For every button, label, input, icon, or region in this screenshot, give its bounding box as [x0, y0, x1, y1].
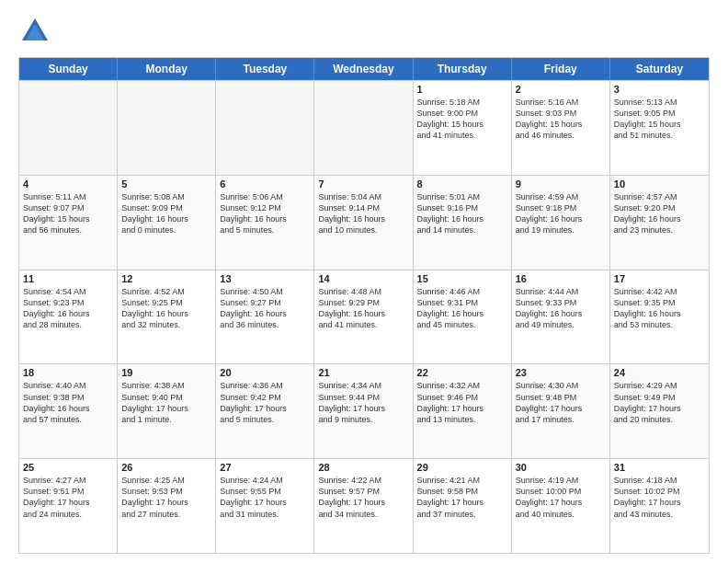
weekday-header-sunday: Sunday [19, 58, 118, 80]
day-number: 18 [23, 367, 113, 378]
day-number: 23 [516, 367, 606, 378]
empty-cell [314, 81, 413, 175]
day-number: 20 [220, 367, 310, 378]
day-info: Sunrise: 4:32 AM Sunset: 9:46 PM Dayligh… [417, 380, 507, 425]
day-info: Sunrise: 4:48 AM Sunset: 9:29 PM Dayligh… [318, 286, 408, 331]
day-cell-14: 14Sunrise: 4:48 AM Sunset: 9:29 PM Dayli… [314, 270, 413, 364]
day-number: 28 [318, 462, 408, 473]
calendar-body: 1Sunrise: 5:18 AM Sunset: 9:00 PM Daylig… [19, 80, 709, 553]
day-cell-5: 5Sunrise: 5:08 AM Sunset: 9:09 PM Daylig… [118, 176, 216, 270]
day-number: 21 [318, 367, 408, 378]
day-info: Sunrise: 4:18 AM Sunset: 10:02 PM Daylig… [614, 475, 705, 520]
day-cell-18: 18Sunrise: 4:40 AM Sunset: 9:38 PM Dayli… [19, 364, 118, 458]
day-number: 3 [614, 84, 705, 95]
day-info: Sunrise: 4:24 AM Sunset: 9:55 PM Dayligh… [220, 475, 310, 520]
weekday-header-saturday: Saturday [610, 58, 709, 80]
day-number: 14 [318, 273, 408, 284]
empty-cell [118, 81, 216, 175]
day-number: 9 [516, 178, 606, 190]
day-info: Sunrise: 4:52 AM Sunset: 9:25 PM Dayligh… [121, 286, 211, 331]
day-info: Sunrise: 5:06 AM Sunset: 9:12 PM Dayligh… [220, 191, 310, 236]
day-cell-1: 1Sunrise: 5:18 AM Sunset: 9:00 PM Daylig… [414, 81, 512, 175]
day-cell-23: 23Sunrise: 4:30 AM Sunset: 9:48 PM Dayli… [512, 364, 610, 458]
day-cell-26: 26Sunrise: 4:25 AM Sunset: 9:53 PM Dayli… [118, 459, 216, 553]
day-info: Sunrise: 4:38 AM Sunset: 9:40 PM Dayligh… [121, 380, 211, 425]
day-cell-31: 31Sunrise: 4:18 AM Sunset: 10:02 PM Dayl… [610, 459, 709, 553]
day-cell-19: 19Sunrise: 4:38 AM Sunset: 9:40 PM Dayli… [118, 364, 216, 458]
day-info: Sunrise: 4:36 AM Sunset: 9:42 PM Dayligh… [220, 380, 310, 425]
day-info: Sunrise: 4:57 AM Sunset: 9:20 PM Dayligh… [614, 191, 705, 236]
day-cell-16: 16Sunrise: 4:44 AM Sunset: 9:33 PM Dayli… [512, 270, 610, 364]
day-info: Sunrise: 5:13 AM Sunset: 9:05 PM Dayligh… [614, 97, 705, 142]
day-info: Sunrise: 5:01 AM Sunset: 9:16 PM Dayligh… [417, 191, 507, 236]
day-info: Sunrise: 4:34 AM Sunset: 9:44 PM Dayligh… [318, 380, 408, 425]
day-number: 11 [23, 273, 113, 284]
header [18, 15, 710, 48]
day-info: Sunrise: 4:40 AM Sunset: 9:38 PM Dayligh… [23, 380, 113, 425]
day-info: Sunrise: 4:30 AM Sunset: 9:48 PM Dayligh… [516, 380, 606, 425]
weekday-header-thursday: Thursday [414, 58, 512, 80]
day-number: 31 [614, 462, 705, 473]
day-cell-22: 22Sunrise: 4:32 AM Sunset: 9:46 PM Dayli… [414, 364, 512, 458]
day-info: Sunrise: 4:19 AM Sunset: 10:00 PM Daylig… [516, 475, 606, 520]
day-info: Sunrise: 5:04 AM Sunset: 9:14 PM Dayligh… [318, 191, 408, 236]
day-number: 30 [516, 462, 606, 473]
day-number: 13 [220, 273, 310, 284]
day-info: Sunrise: 5:08 AM Sunset: 9:09 PM Dayligh… [121, 191, 211, 236]
day-number: 12 [121, 273, 211, 284]
day-cell-8: 8Sunrise: 5:01 AM Sunset: 9:16 PM Daylig… [414, 176, 512, 270]
day-number: 27 [220, 462, 310, 473]
empty-cell [19, 81, 118, 175]
empty-cell [216, 81, 314, 175]
day-number: 15 [417, 273, 507, 284]
day-cell-17: 17Sunrise: 4:42 AM Sunset: 9:35 PM Dayli… [610, 270, 709, 364]
day-number: 26 [121, 462, 211, 473]
day-cell-15: 15Sunrise: 4:46 AM Sunset: 9:31 PM Dayli… [414, 270, 512, 364]
day-info: Sunrise: 4:50 AM Sunset: 9:27 PM Dayligh… [220, 286, 310, 331]
day-number: 6 [220, 178, 310, 190]
day-cell-28: 28Sunrise: 4:22 AM Sunset: 9:57 PM Dayli… [314, 459, 413, 553]
day-info: Sunrise: 5:11 AM Sunset: 9:07 PM Dayligh… [23, 191, 113, 236]
day-number: 24 [614, 367, 705, 378]
day-cell-4: 4Sunrise: 5:11 AM Sunset: 9:07 PM Daylig… [19, 176, 118, 270]
day-info: Sunrise: 4:25 AM Sunset: 9:53 PM Dayligh… [121, 475, 211, 520]
day-cell-2: 2Sunrise: 5:16 AM Sunset: 9:03 PM Daylig… [512, 81, 610, 175]
day-number: 16 [516, 273, 606, 284]
day-cell-27: 27Sunrise: 4:24 AM Sunset: 9:55 PM Dayli… [216, 459, 314, 553]
weekday-header-friday: Friday [512, 58, 610, 80]
day-info: Sunrise: 5:18 AM Sunset: 9:00 PM Dayligh… [417, 97, 507, 142]
day-number: 17 [614, 273, 705, 284]
day-info: Sunrise: 4:59 AM Sunset: 9:18 PM Dayligh… [516, 191, 606, 236]
logo [18, 15, 55, 48]
day-info: Sunrise: 4:27 AM Sunset: 9:51 PM Dayligh… [23, 475, 113, 520]
day-cell-30: 30Sunrise: 4:19 AM Sunset: 10:00 PM Dayl… [512, 459, 610, 553]
day-cell-11: 11Sunrise: 4:54 AM Sunset: 9:23 PM Dayli… [19, 270, 118, 364]
day-cell-21: 21Sunrise: 4:34 AM Sunset: 9:44 PM Dayli… [314, 364, 413, 458]
calendar: SundayMondayTuesdayWednesdayThursdayFrid… [18, 57, 710, 554]
day-info: Sunrise: 4:44 AM Sunset: 9:33 PM Dayligh… [516, 286, 606, 331]
logo-icon [18, 15, 51, 48]
day-info: Sunrise: 5:16 AM Sunset: 9:03 PM Dayligh… [516, 97, 606, 142]
calendar-row-3: 18Sunrise: 4:40 AM Sunset: 9:38 PM Dayli… [19, 363, 709, 458]
day-cell-9: 9Sunrise: 4:59 AM Sunset: 9:18 PM Daylig… [512, 176, 610, 270]
page: SundayMondayTuesdayWednesdayThursdayFrid… [0, 0, 728, 563]
day-cell-12: 12Sunrise: 4:52 AM Sunset: 9:25 PM Dayli… [118, 270, 216, 364]
day-cell-29: 29Sunrise: 4:21 AM Sunset: 9:58 PM Dayli… [414, 459, 512, 553]
weekday-header-monday: Monday [118, 58, 216, 80]
day-number: 19 [121, 367, 211, 378]
day-cell-7: 7Sunrise: 5:04 AM Sunset: 9:14 PM Daylig… [314, 176, 413, 270]
day-number: 25 [23, 462, 113, 473]
day-number: 8 [417, 178, 507, 190]
calendar-row-2: 11Sunrise: 4:54 AM Sunset: 9:23 PM Dayli… [19, 270, 709, 364]
day-cell-25: 25Sunrise: 4:27 AM Sunset: 9:51 PM Dayli… [19, 459, 118, 553]
day-info: Sunrise: 4:22 AM Sunset: 9:57 PM Dayligh… [318, 475, 408, 520]
calendar-row-0: 1Sunrise: 5:18 AM Sunset: 9:00 PM Daylig… [19, 80, 709, 175]
day-cell-13: 13Sunrise: 4:50 AM Sunset: 9:27 PM Dayli… [216, 270, 314, 364]
calendar-row-4: 25Sunrise: 4:27 AM Sunset: 9:51 PM Dayli… [19, 458, 709, 553]
day-info: Sunrise: 4:21 AM Sunset: 9:58 PM Dayligh… [417, 475, 507, 520]
calendar-row-1: 4Sunrise: 5:11 AM Sunset: 9:07 PM Daylig… [19, 175, 709, 270]
day-number: 2 [516, 84, 606, 95]
day-number: 1 [417, 84, 507, 95]
day-info: Sunrise: 4:29 AM Sunset: 9:49 PM Dayligh… [614, 380, 705, 425]
day-cell-24: 24Sunrise: 4:29 AM Sunset: 9:49 PM Dayli… [610, 364, 709, 458]
